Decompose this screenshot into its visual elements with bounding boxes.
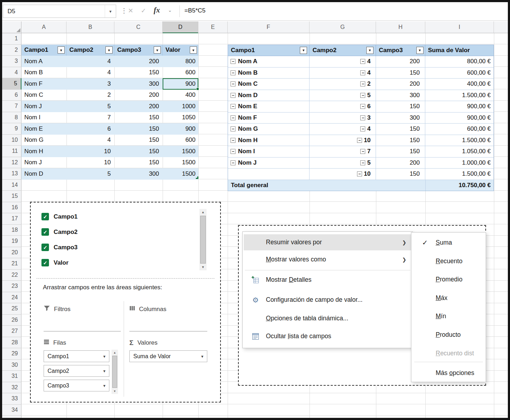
row-header[interactable]: 9 — [2, 123, 21, 135]
pivot-cell[interactable]: 150 — [376, 146, 425, 157]
collapse-icon[interactable]: − — [360, 59, 365, 64]
row-header[interactable]: 16 — [2, 202, 21, 214]
row-header[interactable]: 13 — [2, 168, 21, 180]
collapse-icon[interactable]: − — [231, 138, 236, 143]
checked-checkbox-icon[interactable]: ✓ — [41, 228, 49, 236]
pivot-cell[interactable]: 600,00 € — [425, 124, 494, 135]
row-header[interactable]: 19 — [2, 236, 21, 247]
collapse-icon[interactable]: − — [231, 160, 236, 165]
pivot-cell[interactable]: 150 — [376, 101, 425, 112]
field-item[interactable]: ✓ Campo1 — [38, 209, 199, 224]
row-header[interactable]: 29 — [2, 348, 21, 360]
table-cell[interactable]: 10 — [66, 146, 114, 157]
row-header[interactable]: 35 — [2, 416, 21, 418]
data-table-header-cell[interactable]: Campo2 ▾ — [66, 45, 114, 56]
table-cell[interactable]: Nom D — [21, 168, 66, 180]
pivot-row-label-cell[interactable]: − Nom B — [228, 68, 310, 79]
table-cell[interactable]: 4 — [66, 56, 114, 67]
pivot-cell[interactable]: − 10 — [310, 135, 376, 146]
menu-item-configuracion-campo-valor[interactable]: ⚙ Configuración de campo de valor... — [244, 292, 411, 308]
row-header[interactable]: 20 — [2, 247, 21, 259]
pivot-cell[interactable]: 900,00 € — [425, 112, 494, 124]
chevron-down-icon[interactable]: ⌄ — [168, 8, 172, 13]
row-header[interactable]: 27 — [2, 326, 21, 337]
column-header[interactable]: F — [228, 21, 310, 33]
values-field-pill[interactable]: Suma de Valor ▾ — [129, 350, 207, 362]
pivot-cell[interactable]: − 6 — [310, 101, 376, 112]
table-cell[interactable]: 1500 — [163, 168, 198, 180]
table-cell[interactable]: 1050 — [163, 112, 198, 124]
pivot-header-cell[interactable]: Suma de Valor — [425, 45, 494, 56]
pivot-cell[interactable]: − 4 — [310, 124, 376, 135]
collapse-icon[interactable]: − — [231, 70, 236, 75]
row-header[interactable]: 15 — [2, 191, 21, 202]
table-cell[interactable]: 6 — [66, 123, 114, 135]
field-item[interactable]: ✓ Valor — [38, 255, 199, 270]
pivot-cell[interactable]: 1.500,00 € — [425, 90, 494, 101]
pivot-cell[interactable]: 1.500,00 € — [425, 135, 494, 146]
menu-item-opciones-tabla-dinamica[interactable]: Opciones de tabla dinámica... — [244, 310, 411, 326]
pivot-cell[interactable]: 800,00 € — [425, 56, 494, 67]
pivot-row-label-cell[interactable]: − Nom C — [228, 79, 310, 90]
field-list-scrollbar[interactable]: ▲ ▼ — [199, 209, 207, 270]
column-header[interactable]: C — [114, 21, 163, 33]
table-cell[interactable]: 800 — [163, 56, 198, 67]
row-header[interactable]: 24 — [2, 292, 21, 304]
pivot-cell[interactable]: 900,00 € — [425, 101, 494, 112]
rows-field-pill[interactable]: Campo1 ▾ — [44, 350, 109, 362]
pivot-cell[interactable]: 600,00 € — [425, 68, 494, 79]
pivot-row-label-cell[interactable]: − Nom I — [228, 146, 310, 157]
submenu-item-suma[interactable]: ✓ Suma — [412, 235, 486, 250]
chevron-down-icon[interactable]: ▾ — [103, 354, 105, 359]
table-resize-handle[interactable] — [196, 176, 198, 179]
pivot-cell[interactable]: 1.000,00 € — [425, 158, 494, 169]
column-header[interactable]: D — [163, 21, 198, 33]
pivot-cell[interactable]: − 4 — [310, 56, 376, 67]
collapse-icon[interactable]: − — [360, 70, 365, 75]
field-item[interactable]: ✓ Campo2 — [38, 224, 199, 240]
pivot-cell[interactable]: 150 — [376, 68, 425, 79]
table-cell[interactable]: 2 — [66, 90, 114, 101]
table-cell[interactable]: Nom J — [21, 157, 66, 169]
collapse-icon[interactable]: − — [357, 171, 362, 176]
table-cell[interactable]: Nom G — [21, 135, 66, 146]
collapse-icon[interactable]: − — [360, 115, 365, 120]
pivot-cell[interactable]: − 5 — [310, 90, 376, 101]
row-header[interactable]: 7 — [2, 101, 21, 112]
pivot-cell[interactable]: − 4 — [310, 68, 376, 79]
table-cell[interactable]: 400 — [163, 90, 198, 101]
submenu-item-recuento[interactable]: Recuento — [412, 253, 486, 269]
filter-dropdown-icon[interactable]: ▾ — [190, 46, 197, 54]
menu-item-mostrar-detalles[interactable]: Mostrar Detalles — [244, 272, 411, 288]
row-header[interactable]: 12 — [2, 157, 21, 169]
table-cell[interactable]: 200 — [114, 101, 163, 112]
row-header[interactable]: 3 — [2, 56, 21, 67]
submenu-item-min[interactable]: Mín — [412, 308, 486, 324]
collapse-icon[interactable]: − — [231, 126, 236, 131]
row-header[interactable]: 28 — [2, 337, 21, 349]
filter-dropdown-icon[interactable]: ▾ — [105, 46, 113, 54]
filters-drop-zone[interactable] — [44, 319, 121, 331]
pivot-header-cell[interactable]: Campo1 ▾ — [228, 45, 310, 56]
field-item[interactable]: ✓ Campo3 — [38, 240, 199, 255]
table-cell[interactable]: Nom F — [21, 78, 66, 90]
row-header[interactable]: 23 — [2, 281, 21, 292]
rows-field-pill[interactable]: Campo3 ▾ — [44, 380, 109, 391]
pivot-header-cell[interactable]: Campo3 ▾ — [376, 45, 425, 56]
row-header[interactable]: 6 — [2, 90, 21, 101]
submenu-item-max[interactable]: Máx — [412, 290, 486, 306]
pivot-row-label-cell[interactable]: − — [228, 169, 310, 180]
pivot-cell[interactable]: 150 — [376, 135, 425, 146]
pivot-cell[interactable]: − 3 — [310, 112, 376, 124]
table-cell[interactable]: 200 — [114, 56, 163, 67]
select-all-corner[interactable] — [2, 21, 21, 33]
table-cell[interactable]: 150 — [114, 67, 163, 79]
column-header[interactable]: I — [425, 21, 494, 33]
selection-box[interactable] — [163, 78, 198, 90]
pivot-cell[interactable]: 300 — [376, 90, 425, 101]
filter-dropdown-icon[interactable]: ▾ — [58, 46, 65, 54]
column-header[interactable]: E — [198, 21, 228, 33]
rows-area-scrollbar[interactable]: ▲ ▼ — [112, 350, 118, 394]
row-header[interactable]: 4 — [2, 67, 21, 79]
collapse-icon[interactable]: − — [360, 93, 365, 98]
